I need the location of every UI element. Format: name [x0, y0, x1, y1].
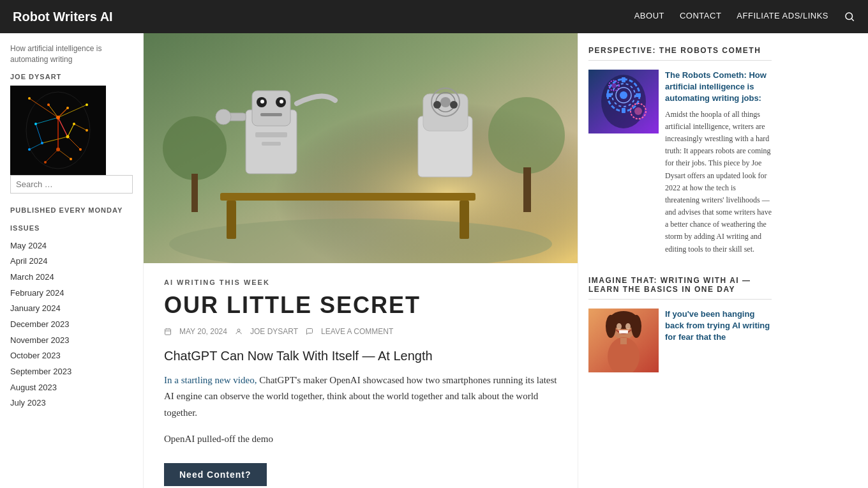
main-content: AI WRITING THIS WEEK OUR LITTLE SECRET M… [144, 33, 578, 488]
right-sidebar: PERSPECTIVE: THE ROBOTS COMETH [578, 33, 782, 488]
issues-link[interactable]: May 2024 [10, 241, 47, 250]
calendar-icon [164, 328, 172, 335]
read-more-button[interactable]: Need Content? [164, 463, 267, 486]
svg-point-58 [163, 116, 227, 180]
list-item: January 2024 [10, 301, 133, 317]
author-avatar [10, 86, 106, 175]
issues-link[interactable]: December 2023 [10, 319, 70, 329]
issues-link[interactable]: July 2023 [10, 398, 46, 408]
svg-point-66 [237, 329, 240, 332]
list-item: August 2023 [10, 380, 133, 396]
widget1-featured: The Robots Cometh: How artificial intell… [588, 70, 772, 255]
comment-icon [306, 328, 313, 335]
svg-point-21 [41, 142, 43, 144]
post-intro-heading: ChatGPT Can Now Talk With Itself — At Le… [164, 349, 557, 363]
post-author-link[interactable]: JOE DYSART [250, 327, 298, 336]
svg-point-86 [617, 323, 622, 330]
list-item: May 2024 [10, 238, 133, 254]
widget1-description: Amidst the hoopla of all things artifici… [665, 109, 772, 255]
robot-scene [144, 33, 578, 263]
post-content: AI WRITING THIS WEEK OUR LITTLE SECRET M… [144, 263, 578, 488]
post-comment-link[interactable]: LEAVE A COMMENT [321, 327, 393, 336]
search-input[interactable] [10, 175, 133, 194]
post-category: AI WRITING THIS WEEK [164, 278, 557, 286]
widget2-text: If you've been hanging back from trying … [665, 309, 772, 344]
svg-rect-57 [460, 201, 469, 239]
list-item: March 2024 [10, 270, 133, 286]
post-body: ChatGPT Can Now Talk With Itself — At Le… [164, 349, 557, 486]
svg-point-41 [260, 100, 264, 103]
nav-about[interactable]: ABOUT [634, 11, 664, 22]
post-intro-link[interactable]: In a startling new video, [164, 375, 257, 385]
author-label: JOE DYSART [10, 73, 133, 80]
svg-rect-88 [619, 330, 628, 333]
svg-point-19 [56, 116, 60, 119]
svg-point-52 [440, 97, 451, 107]
issues-link[interactable]: September 2023 [10, 367, 71, 376]
post-intro-paragraph: In a startling new video, ChatGPT's make… [164, 372, 557, 422]
nav-contact[interactable]: CONTACT [680, 11, 721, 22]
site-title[interactable]: Robot Writers AI [13, 10, 113, 24]
svg-rect-55 [220, 193, 475, 201]
svg-point-26 [66, 107, 69, 109]
svg-point-31 [28, 148, 31, 151]
svg-rect-76 [636, 93, 641, 97]
svg-point-29 [73, 123, 75, 125]
post-date: MAY 20, 2024 [179, 327, 227, 336]
post-title: OUR LITTLE SECRET [164, 293, 557, 318]
search-icon [844, 11, 855, 22]
svg-point-24 [86, 103, 88, 106]
post-meta: MAY 20, 2024 JOE DYSART LEAVE A COMMENT [164, 327, 557, 336]
svg-point-25 [47, 103, 50, 106]
list-item: July 2023 [10, 395, 133, 411]
issues-link[interactable]: August 2023 [10, 383, 57, 392]
issues-list: May 2024April 2024March 2024February 202… [10, 238, 133, 412]
issues-link[interactable]: November 2023 [10, 335, 70, 345]
svg-point-20 [66, 135, 70, 138]
svg-point-59 [488, 97, 565, 174]
issues-link[interactable]: March 2024 [10, 272, 54, 282]
svg-point-23 [28, 97, 31, 100]
issues-link[interactable]: January 2024 [10, 303, 61, 313]
person-icon [235, 328, 243, 335]
svg-rect-56 [227, 201, 236, 239]
svg-rect-46 [255, 132, 287, 137]
svg-point-30 [86, 129, 88, 132]
issues-link[interactable]: April 2024 [10, 256, 48, 266]
list-item: December 2023 [10, 317, 133, 333]
svg-point-85 [631, 315, 641, 338]
published-label: PUBLISHED EVERY MONDAY [10, 206, 133, 214]
svg-rect-90 [620, 338, 627, 344]
widget1-title: PERSPECTIVE: THE ROBOTS COMETH [588, 46, 772, 61]
list-item: September 2023 [10, 364, 133, 380]
svg-rect-73 [622, 77, 625, 82]
svg-rect-38 [252, 91, 290, 126]
svg-point-53 [433, 101, 441, 109]
nav-affiliate[interactable]: AFFILIATE ADS/LINKS [737, 11, 828, 22]
issues-link[interactable]: February 2024 [10, 288, 64, 298]
list-item: February 2024 [10, 286, 133, 301]
hero-image [144, 33, 578, 263]
svg-point-87 [625, 323, 631, 330]
svg-point-78 [634, 107, 642, 115]
issues-link[interactable]: October 2023 [10, 351, 61, 360]
widget1-thumbnail [588, 70, 659, 133]
widget2-link[interactable]: If you've been hanging back from trying … [665, 309, 770, 342]
svg-rect-62 [165, 329, 171, 335]
svg-point-32 [44, 161, 47, 164]
widget-imagine-that: IMAGINE THAT: WRITING WITH AI — LEARN TH… [588, 276, 772, 372]
svg-point-72 [620, 91, 627, 99]
post-body-text: OpenAI pulled-off the demo [164, 431, 557, 448]
widget1-link[interactable]: The Robots Cometh: How artificial intell… [665, 70, 767, 103]
svg-line-1 [851, 19, 853, 20]
svg-point-28 [79, 148, 82, 151]
widget1-text: The Robots Cometh: How artificial intell… [665, 70, 772, 255]
svg-point-80 [611, 83, 617, 88]
svg-rect-43 [260, 113, 282, 116]
list-item: April 2024 [10, 254, 133, 270]
list-item: November 2023 [10, 333, 133, 349]
search-box [10, 175, 133, 194]
svg-point-42 [280, 100, 283, 103]
svg-rect-75 [606, 93, 611, 97]
search-icon-button[interactable] [844, 11, 855, 22]
